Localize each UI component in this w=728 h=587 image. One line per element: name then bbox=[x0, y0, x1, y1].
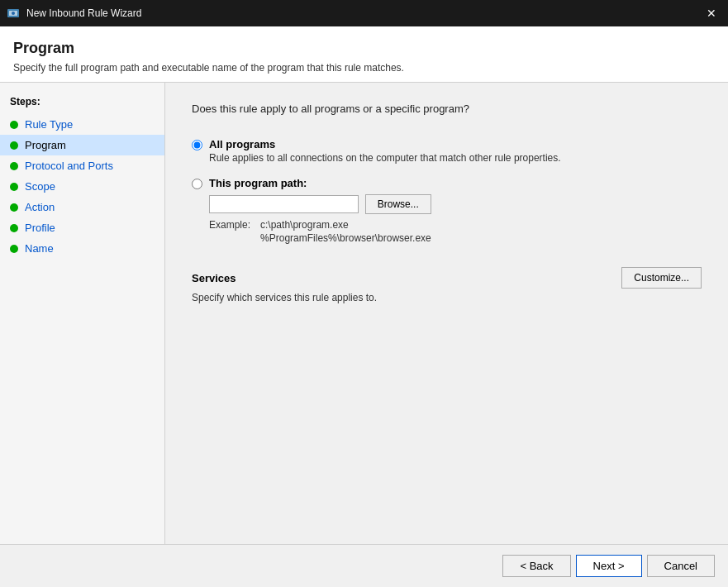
sidebar-item-action[interactable]: Action bbox=[0, 197, 164, 217]
page-subtitle: Specify the full program path and execut… bbox=[13, 62, 715, 74]
sidebar-item-rule-type[interactable]: Rule Type bbox=[0, 114, 164, 135]
all-programs-label[interactable]: All programs bbox=[209, 138, 275, 150]
path-row: Browse... bbox=[209, 194, 431, 214]
browse-button[interactable]: Browse... bbox=[365, 194, 431, 214]
example-values: c:\path\program.exe %ProgramFiles%\brows… bbox=[260, 219, 431, 244]
all-programs-radio[interactable] bbox=[192, 140, 202, 150]
example-value-1: c:\path\program.exe bbox=[260, 219, 431, 231]
window-content: Program Specify the full program path an… bbox=[0, 26, 728, 587]
sidebar: Steps: Rule Type Program Protocol and Po… bbox=[0, 83, 165, 544]
services-header: Services Customize... bbox=[192, 267, 702, 289]
footer: < Back Next > Cancel bbox=[0, 544, 728, 587]
step-dot bbox=[10, 203, 18, 212]
step-dot bbox=[10, 183, 18, 191]
title-bar: New Inbound Rule Wizard ✕ bbox=[0, 0, 728, 26]
example-value-2: %ProgramFiles%\browser\browser.exe bbox=[260, 232, 431, 244]
this-program-label[interactable]: This program path: bbox=[209, 177, 307, 189]
radio-group: All programs Rule applies to all connect… bbox=[192, 138, 702, 244]
step-dot bbox=[10, 162, 18, 170]
next-button[interactable]: Next > bbox=[576, 555, 642, 577]
example-area: Example: c:\path\program.exe %ProgramFil… bbox=[209, 219, 431, 244]
sidebar-item-profile[interactable]: Profile bbox=[0, 217, 164, 238]
sidebar-item-scope[interactable]: Scope bbox=[0, 176, 164, 197]
step-dot bbox=[10, 121, 18, 129]
services-desc: Specify which services this rule applies… bbox=[192, 292, 702, 303]
question-text: Does this rule apply to all programs or … bbox=[192, 103, 702, 115]
services-title: Services bbox=[192, 272, 236, 284]
all-programs-option: All programs Rule applies to all connect… bbox=[192, 138, 702, 164]
program-path-input[interactable] bbox=[209, 195, 359, 213]
step-dot bbox=[10, 245, 18, 253]
sidebar-item-name[interactable]: Name bbox=[0, 238, 164, 259]
cancel-button[interactable]: Cancel bbox=[647, 555, 715, 577]
this-program-radio[interactable] bbox=[192, 179, 202, 189]
step-dot bbox=[10, 224, 18, 232]
page-title: Program bbox=[13, 40, 715, 57]
svg-point-2 bbox=[12, 12, 15, 15]
all-programs-desc: Rule applies to all connections on the c… bbox=[209, 152, 561, 164]
content-area: Does this rule apply to all programs or … bbox=[165, 83, 728, 544]
main-body: Steps: Rule Type Program Protocol and Po… bbox=[0, 83, 728, 544]
app-icon bbox=[7, 7, 20, 20]
header-area: Program Specify the full program path an… bbox=[0, 26, 728, 83]
sidebar-item-protocol-ports[interactable]: Protocol and Ports bbox=[0, 155, 164, 176]
services-section: Services Customize... Specify which serv… bbox=[192, 267, 702, 303]
sidebar-item-program[interactable]: Program bbox=[0, 135, 164, 155]
title-bar-text: New Inbound Rule Wizard bbox=[26, 7, 695, 19]
close-button[interactable]: ✕ bbox=[702, 3, 721, 23]
step-dot bbox=[10, 141, 18, 150]
this-program-option: This program path: Browse... Example: c:… bbox=[192, 177, 702, 244]
steps-label: Steps: bbox=[0, 93, 164, 114]
customize-button[interactable]: Customize... bbox=[621, 267, 702, 289]
example-label: Example: bbox=[209, 219, 250, 244]
back-button[interactable]: < Back bbox=[502, 555, 570, 577]
